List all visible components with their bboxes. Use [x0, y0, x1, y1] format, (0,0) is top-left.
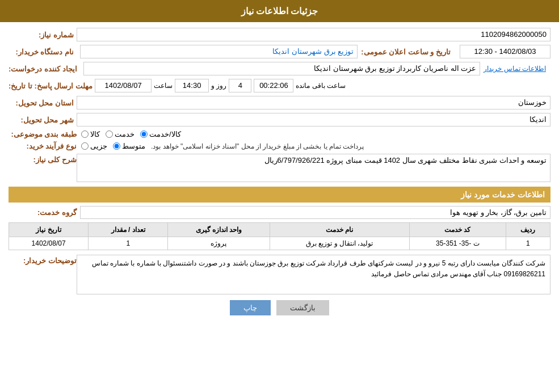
- process-label: نوع فرآیند خرید:: [9, 142, 77, 150]
- deadline-time-label: ساعت: [154, 82, 173, 90]
- service-info-title: اطلاعات خدمات مورد نیاز: [9, 187, 550, 203]
- need-number-label: شماره نیاز:: [9, 31, 77, 39]
- header-title: جزئیات اطلاعات نیاز: [241, 6, 318, 16]
- city-label: شهر محل تحویل:: [9, 116, 77, 124]
- category-khedmat-option[interactable]: خدمت: [106, 130, 135, 138]
- province-label: استان محل تحویل:: [9, 99, 77, 107]
- process-jezei-radio[interactable]: [81, 142, 89, 150]
- process-motasat-label: متوسط: [122, 142, 145, 150]
- category-kala-khedmat-label: کالا/خدمت: [149, 130, 181, 138]
- deadline-time: 14:30: [175, 79, 209, 92]
- category-label: طبقه بندی موضوعی:: [9, 130, 77, 138]
- buyer-desc-value: شرکت کنندگان میابست دارای رتبه 5 نیرو و …: [77, 255, 550, 294]
- category-kala-option[interactable]: کالا: [81, 130, 100, 138]
- button-row: بازگشت چاپ: [9, 300, 550, 315]
- category-kala-label: کالا: [90, 130, 100, 138]
- category-kala-khedmat-radio[interactable]: [140, 130, 148, 138]
- announce-value: 1402/08/03 - 12:30: [460, 45, 550, 58]
- announce-label: تاریخ و ساعت اعلان عمومی:: [361, 48, 451, 56]
- buyer-org-label: نام دستگاه خریدار:: [9, 48, 77, 56]
- col-date: تاریخ نیاز: [9, 223, 89, 237]
- category-khedmat-radio[interactable]: [106, 130, 113, 138]
- back-button[interactable]: بازگشت: [276, 300, 329, 315]
- col-unit: واحد اندازه گیری: [168, 223, 270, 237]
- category-kala-radio[interactable]: [81, 130, 89, 138]
- creator-value: عزت اله ناصریان کاربرداز توزیع برق شهرست…: [83, 62, 481, 75]
- deadline-day-label: روز و: [211, 82, 226, 90]
- category-kala-khedmat-option[interactable]: کالا/خدمت: [140, 130, 181, 138]
- need-number-value: 1102094862000050: [77, 28, 550, 41]
- province-value: خوزستان: [77, 96, 550, 109]
- city-value: اندیکا: [77, 113, 550, 127]
- buyer-org-value: توزیع برق شهرستان اندیکا: [80, 45, 358, 58]
- service-group-value: تامین برق، گاز، بخار و تهویه هوا: [80, 206, 550, 219]
- process-motasat-radio[interactable]: [113, 142, 120, 150]
- need-desc-label: شرح کلی نیاز:: [9, 154, 77, 164]
- print-button[interactable]: چاپ: [230, 300, 271, 315]
- contact-link[interactable]: اطلاعات تماس خریدار: [484, 65, 546, 73]
- table-row: 1ت -35- 351-35تولید، انتقال و توزیع برقپ…: [9, 237, 550, 250]
- creator-label: ایجاد کننده درخواست:: [9, 65, 80, 73]
- services-table: ردیف کد خدمت نام خدمت واحد اندازه گیری ت…: [9, 222, 550, 250]
- process-jezei-label: جزیی: [90, 142, 107, 150]
- need-desc-value: توسعه و احداث شبری نقاط مختلف شهری سال 1…: [77, 154, 550, 182]
- deadline-label: مهلت ارسال پاسخ: تا تاریخ:: [9, 82, 93, 90]
- col-code: کد خدمت: [409, 223, 506, 237]
- col-row: ردیف: [506, 223, 550, 237]
- buyer-desc-label: توضیحات خریدار:: [9, 255, 77, 265]
- col-count: تعداد / مقدار: [89, 223, 168, 237]
- col-name: نام خدمت: [270, 223, 409, 237]
- process-note: پرداخت تمام یا بخشی از مبلغ خریدار از مح…: [151, 142, 364, 150]
- deadline-days: 4: [229, 79, 251, 92]
- category-khedmat-label: خدمت: [115, 130, 135, 138]
- remaining-label: ساعت باقی مانده: [296, 82, 346, 90]
- service-group-label: گروه خدمت:: [9, 208, 77, 217]
- process-motasat-option[interactable]: متوسط: [113, 142, 145, 150]
- remaining-time: 00:22:06: [254, 79, 293, 92]
- process-jezei-option[interactable]: جزیی: [81, 142, 107, 150]
- deadline-date: 1402/08/07: [95, 79, 152, 92]
- page-header: جزئیات اطلاعات نیاز: [0, 0, 559, 22]
